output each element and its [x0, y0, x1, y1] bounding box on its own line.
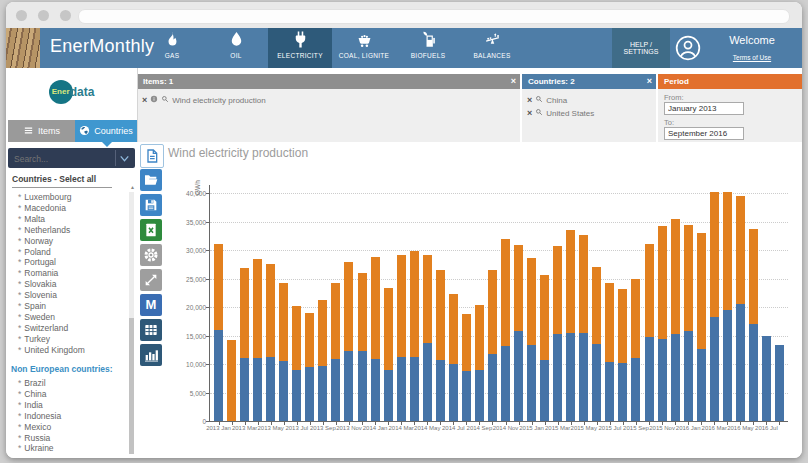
new-document-button[interactable]: [140, 144, 164, 168]
gear-button[interactable]: [140, 244, 162, 266]
bar-segment-china: [605, 362, 614, 421]
bar-segment-united-states: [358, 273, 367, 351]
active-tab-pointer: [102, 142, 112, 147]
tab-oil[interactable]: OIL: [204, 28, 268, 68]
country-item[interactable]: *Slovakia: [18, 279, 123, 290]
tab-coal-lignite[interactable]: COAL, LIGNITE: [332, 28, 396, 68]
window-control-dot[interactable]: [38, 10, 49, 21]
tab-balances[interactable]: BALANCES: [460, 28, 524, 68]
globe-icon: [79, 125, 90, 138]
bar-chart-icon: [140, 352, 162, 369]
bar-segment-china: [488, 354, 497, 421]
bar-segment-china: [384, 370, 393, 421]
close-icon[interactable]: ×: [511, 74, 516, 89]
country-item[interactable]: *Sweden: [18, 312, 123, 323]
countries-panel-title: Countries: 2: [528, 77, 575, 86]
bar-segment-china: [671, 334, 680, 421]
bar-segment-united-states: [527, 258, 536, 345]
window-control-dot[interactable]: [60, 10, 71, 21]
bar-segment-china: [253, 358, 262, 421]
x-axis-tick: [779, 422, 780, 425]
country-item[interactable]: *Spain: [18, 301, 123, 312]
country-item[interactable]: *Luxembourg: [18, 192, 123, 203]
bullet-icon: *: [18, 443, 21, 453]
window-control-dot[interactable]: [16, 10, 27, 21]
sidebar-tabs: Items Countries: [8, 120, 137, 142]
bar-segment-china: [214, 330, 223, 421]
chevron-down-icon[interactable]: [115, 150, 133, 166]
country-item[interactable]: *Slovenia: [18, 290, 123, 301]
country-item[interactable]: *Brazil: [18, 378, 123, 389]
remove-icon[interactable]: ×: [142, 96, 147, 104]
y-axis-tick: [206, 421, 210, 422]
country-item[interactable]: *China: [18, 389, 123, 400]
remove-icon[interactable]: ×: [527, 96, 532, 104]
country-item[interactable]: *Romania: [18, 268, 123, 279]
tab-biofuels[interactable]: BIOFUELS: [396, 28, 460, 68]
country-item[interactable]: *Poland: [18, 247, 123, 258]
bar-segment-china: [566, 333, 575, 421]
y-axis-label: 5,000: [170, 390, 206, 397]
x-axis-label: 2014 Nov: [493, 425, 519, 431]
tab-electricity[interactable]: ELECTRICITY: [268, 28, 332, 68]
country-list-non-european: *Brazil*China*India*Indonesia*Mexico*Rus…: [18, 378, 123, 454]
close-icon[interactable]: ×: [647, 74, 652, 89]
period-to-input[interactable]: [664, 127, 744, 140]
magnifier-icon[interactable]: [161, 95, 169, 105]
magnifier-icon[interactable]: [535, 108, 543, 118]
nav-tab-label: BALANCES: [460, 52, 524, 59]
country-item[interactable]: *Switzerland: [18, 323, 123, 334]
tab-gas[interactable]: GAS: [140, 28, 204, 68]
table-view-button[interactable]: [140, 319, 162, 341]
balance-scale-icon: [460, 28, 524, 54]
country-item[interactable]: *Malta: [18, 214, 123, 225]
bar-segment-united-states: [344, 262, 353, 351]
bar-segment-china: [292, 370, 301, 421]
country-item[interactable]: *Portugal: [18, 257, 123, 268]
country-list-title[interactable]: Countries - Select all: [12, 174, 112, 188]
scrollbar-thumb[interactable]: [129, 318, 134, 454]
y-axis-tick: [206, 364, 210, 365]
sidebar-tab-label: Countries: [94, 126, 133, 136]
country-item[interactable]: *Indonesia: [18, 411, 123, 422]
country-item[interactable]: *India: [18, 400, 123, 411]
country-item[interactable]: *Turkey: [18, 334, 123, 345]
flame-icon: [140, 28, 204, 54]
country-item[interactable]: *Macedonia: [18, 203, 123, 214]
user-avatar-icon[interactable]: [674, 34, 702, 62]
bar-segment-china: [410, 357, 419, 421]
expand-button[interactable]: [140, 269, 162, 291]
excel-export-button[interactable]: [140, 219, 162, 241]
terms-of-use-link[interactable]: Terms of Use: [733, 54, 771, 61]
help-settings-button[interactable]: HELP / SETTINGS: [612, 28, 670, 68]
sidebar-tab-label: Items: [38, 126, 60, 136]
sidebar-tab-items[interactable]: Items: [8, 120, 75, 142]
period-panel-body: From: To:: [658, 89, 802, 142]
browser-address-bar[interactable]: [78, 9, 790, 24]
scroll-up-icon[interactable]: ▲: [130, 184, 135, 190]
bar-chart-button[interactable]: [140, 344, 162, 366]
countries-panel-header: Countries: 2 ×: [522, 74, 656, 89]
bar-segment-united-states: [331, 283, 340, 359]
magnifier-icon[interactable]: [535, 95, 543, 105]
x-axis-label: 2013 Nov: [336, 425, 362, 431]
sidebar-tab-countries[interactable]: Countries: [75, 120, 137, 142]
period-from-input[interactable]: [664, 102, 744, 115]
country-item[interactable]: *Russia: [18, 433, 123, 444]
bar-segment-united-states: [592, 267, 601, 345]
nav-tab-label: ELECTRICITY: [268, 52, 332, 59]
remove-icon[interactable]: ×: [527, 109, 532, 117]
save-button[interactable]: [140, 194, 162, 216]
search-input[interactable]: [12, 150, 111, 167]
metadata-m-button[interactable]: M: [140, 294, 162, 316]
country-item[interactable]: *Mexico: [18, 422, 123, 433]
country-item[interactable]: *Ukraine: [18, 443, 123, 454]
gridline: [210, 193, 788, 194]
y-axis-tick: [206, 193, 210, 194]
country-item[interactable]: *United Kingdom: [18, 345, 123, 356]
country-item[interactable]: *Netherlands: [18, 225, 123, 236]
info-icon[interactable]: [150, 95, 158, 105]
open-folder-button[interactable]: [140, 169, 162, 191]
period-panel-title: Period: [664, 77, 689, 86]
country-item[interactable]: *Norway: [18, 236, 123, 247]
